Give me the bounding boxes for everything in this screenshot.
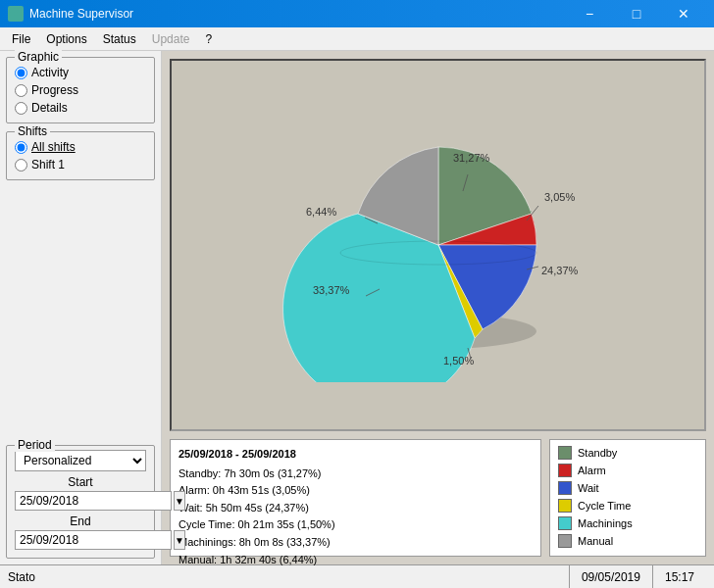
stats-machinings: Machinings: 8h 0m 8s (33,37%)	[178, 534, 533, 552]
end-date-picker-button[interactable]: ▼	[174, 530, 185, 550]
legend-label-wait: Wait	[578, 482, 599, 494]
window-controls: − □ ✕	[567, 0, 706, 27]
graphic-group-label: Graphic	[15, 50, 62, 64]
sidebar: Graphic Activity Progress Details Shifts…	[0, 51, 162, 564]
menu-update: Update	[144, 30, 198, 48]
legend-stats-row: 25/09/2018 - 25/09/2018 Standby: 7h 30m …	[170, 439, 706, 557]
radio-all-shifts[interactable]: All shifts	[15, 140, 146, 154]
legend-machinings: Machinings	[558, 516, 697, 530]
menu-help[interactable]: ?	[197, 30, 220, 48]
radio-details[interactable]: Details	[15, 101, 146, 115]
maximize-button[interactable]: □	[614, 0, 659, 27]
legend-box: Standby Alarm Wait Cycle Time Machinings	[549, 439, 706, 557]
legend-wait: Wait	[558, 481, 697, 495]
start-date-row: ▼	[15, 491, 146, 511]
status-text: Stato	[8, 570, 569, 584]
svg-rect-0	[10, 8, 15, 13]
radio-activity[interactable]: Activity	[15, 66, 146, 79]
radio-shift1[interactable]: Shift 1	[15, 158, 146, 172]
start-date-picker-button[interactable]: ▼	[174, 491, 185, 511]
stats-box: 25/09/2018 - 25/09/2018 Standby: 7h 30m …	[170, 439, 541, 557]
end-date-input[interactable]	[15, 530, 172, 550]
graphic-radio-group: Activity Progress Details	[15, 66, 146, 115]
legend-standby: Standby	[558, 446, 697, 460]
graphic-group: Graphic Activity Progress Details	[6, 57, 155, 123]
chart-area: 31,27% 3,05% 24,37% 1,50% 33,37% 6,44% 2…	[162, 51, 714, 564]
legend-color-wait	[558, 481, 572, 495]
legend-label-alarm: Alarm	[578, 465, 606, 476]
svg-text:1,50%: 1,50%	[443, 355, 474, 367]
legend-color-alarm	[558, 464, 572, 477]
svg-text:31,27%: 31,27%	[453, 152, 490, 164]
chart-container: 31,27% 3,05% 24,37% 1,50% 33,37% 6,44%	[170, 59, 706, 431]
start-label: Start	[15, 475, 146, 489]
legend-color-machinings	[558, 516, 572, 530]
sidebar-spacer	[6, 188, 155, 437]
legend-label-standby: Standby	[578, 447, 617, 459]
start-date-input[interactable]	[15, 491, 172, 511]
minimize-button[interactable]: −	[567, 0, 612, 27]
pie-chart: 31,27% 3,05% 24,37% 1,50% 33,37% 6,44%	[272, 108, 605, 382]
close-button[interactable]: ✕	[661, 0, 706, 27]
main-content: Graphic Activity Progress Details Shifts…	[0, 51, 714, 564]
status-date: 09/05/2019	[569, 565, 652, 588]
end-date-row: ▼	[15, 530, 146, 550]
stats-cycle-time: Cycle Time: 0h 21m 35s (1,50%)	[178, 516, 533, 534]
title-bar: Machine Supervisor − □ ✕	[0, 0, 714, 27]
svg-text:33,37%: 33,37%	[313, 284, 350, 296]
svg-rect-2	[10, 15, 15, 20]
app-icon	[8, 6, 24, 22]
window-title: Machine Supervisor	[29, 7, 567, 21]
radio-progress[interactable]: Progress	[15, 83, 146, 97]
stats-alarm: Alarm: 0h 43m 51s (3,05%)	[178, 482, 533, 500]
legend-label-machinings: Machinings	[578, 517, 633, 529]
legend-color-manual	[558, 534, 572, 548]
period-group: Period Personalized Start ▼ End ▼	[6, 445, 155, 559]
menu-bar: File Options Status Update ?	[0, 27, 714, 51]
legend-label-cycle-time: Cycle Time	[578, 500, 631, 512]
shifts-radio-group: All shifts Shift 1	[15, 140, 146, 172]
legend-cycle-time: Cycle Time	[558, 499, 697, 513]
stats-manual: Manual: 1h 32m 40s (6,44%)	[178, 552, 533, 569]
shifts-group-label: Shifts	[15, 124, 50, 138]
svg-text:3,05%: 3,05%	[544, 191, 575, 203]
legend-manual: Manual	[558, 534, 697, 548]
svg-rect-1	[17, 8, 22, 13]
period-group-label: Period	[15, 438, 55, 452]
menu-status[interactable]: Status	[95, 30, 144, 48]
legend-alarm: Alarm	[558, 464, 697, 477]
stats-standby: Standby: 7h 30m 0s (31,27%)	[178, 466, 533, 483]
svg-text:24,37%: 24,37%	[541, 265, 579, 276]
legend-label-manual: Manual	[578, 535, 613, 547]
menu-file[interactable]: File	[4, 30, 38, 48]
shifts-group: Shifts All shifts Shift 1	[6, 131, 155, 180]
legend-color-cycle-time	[558, 499, 572, 513]
end-label: End	[15, 514, 146, 528]
period-select[interactable]: Personalized	[15, 450, 146, 471]
menu-options[interactable]: Options	[38, 30, 94, 48]
stats-date-range: 25/09/2018 - 25/09/2018	[178, 446, 533, 464]
stats-wait: Wait: 5h 50m 45s (24,37%)	[178, 500, 533, 517]
legend-color-standby	[558, 446, 572, 460]
svg-text:6,44%: 6,44%	[306, 206, 336, 218]
status-time: 15:17	[652, 565, 706, 588]
svg-rect-3	[17, 15, 22, 20]
